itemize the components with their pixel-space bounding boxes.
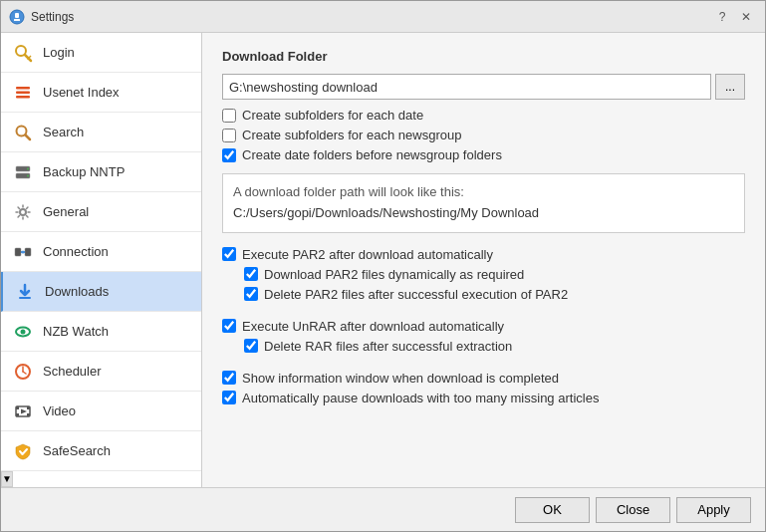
svg-point-16	[20, 209, 26, 215]
svg-rect-29	[16, 413, 19, 416]
delete-rar-label: Delete RAR files after successful extrac…	[264, 339, 512, 354]
folder-path-input[interactable]	[222, 74, 711, 100]
sidebar-item-search-label: Search	[43, 125, 84, 139]
checkbox-execute-unrar-row: Execute UnRAR after download automatical…	[222, 319, 745, 334]
folder-preview-path: C:/Users/gopi/Downloads/Newshosting/My D…	[233, 203, 734, 224]
svg-point-23	[21, 329, 26, 334]
svg-point-14	[27, 167, 29, 169]
folder-preview-box: A download folder path will look like th…	[222, 173, 745, 233]
sidebar-item-general-label: General	[43, 204, 89, 219]
checkbox-subfolders-newsgroup-row: Create subfolders for each newsgroup	[222, 128, 745, 142]
svg-rect-31	[27, 413, 30, 416]
subfolders-newsgroup-checkbox[interactable]	[222, 129, 236, 142]
sidebar-item-scheduler-label: Scheduler	[43, 364, 102, 379]
sidebar-item-video-label: Video	[43, 403, 76, 418]
sidebar-item-nzb-watch[interactable]: NZB Watch	[1, 312, 201, 352]
window-close-button[interactable]: ✕	[735, 6, 757, 28]
svg-marker-32	[21, 408, 27, 413]
sidebar-item-downloads[interactable]: Downloads	[1, 272, 201, 312]
checkbox-delete-rar-row: Delete RAR files after successful extrac…	[244, 339, 745, 354]
eye-icon	[11, 320, 35, 344]
delete-rar-checkbox[interactable]	[244, 339, 258, 353]
checkbox-subfolders-date-row: Create subfolders for each date	[222, 108, 745, 123]
server-icon	[11, 160, 35, 184]
subfolders-date-checkbox[interactable]	[222, 109, 236, 123]
sidebar-item-login-label: Login	[43, 45, 75, 60]
sidebar-item-connection[interactable]: Connection	[1, 232, 201, 272]
svg-rect-17	[15, 248, 21, 256]
sidebar-item-downloads-label: Downloads	[45, 284, 109, 299]
delete-par2-label: Delete PAR2 files after successful execu…	[264, 287, 568, 302]
svg-line-11	[26, 134, 31, 139]
svg-rect-18	[25, 248, 31, 256]
ok-button[interactable]: OK	[515, 497, 590, 523]
svg-rect-28	[16, 406, 19, 409]
download-par2-label: Download PAR2 files dynamically as requi…	[264, 267, 524, 282]
close-button[interactable]: Close	[596, 497, 670, 523]
shield-icon	[11, 439, 35, 463]
film-icon	[11, 399, 35, 423]
folder-preview-label: A download folder path will look like th…	[233, 182, 734, 203]
subfolders-newsgroup-label: Create subfolders for each newsgroup	[242, 128, 461, 142]
auto-pause-label: Automatically pause downloads with too m…	[242, 391, 599, 405]
svg-rect-30	[27, 406, 30, 409]
checkbox-auto-pause-row: Automatically pause downloads with too m…	[222, 391, 745, 405]
sidebar-item-search[interactable]: Search	[1, 113, 201, 152]
key-icon	[11, 41, 35, 65]
help-button[interactable]: ?	[711, 6, 733, 28]
execute-unrar-checkbox[interactable]	[222, 319, 236, 333]
date-folders-label: Create date folders before newsgroup fol…	[242, 147, 502, 162]
window-title: Settings	[31, 10, 711, 24]
svg-rect-7	[16, 87, 30, 90]
sidebar-item-connection-label: Connection	[43, 244, 109, 259]
execute-par2-checkbox[interactable]	[222, 247, 236, 261]
settings-panel: Download Folder ... Create subfolders fo…	[202, 33, 765, 487]
svg-point-20	[22, 250, 25, 253]
sidebar-scroll[interactable]: Login Usenet Index	[1, 33, 201, 471]
sidebar-item-video[interactable]: Video	[1, 392, 201, 431]
auto-pause-checkbox[interactable]	[222, 391, 236, 404]
checkbox-show-info-row: Show information window when download is…	[222, 371, 745, 386]
checkbox-download-par2-row: Download PAR2 files dynamically as requi…	[244, 267, 745, 282]
show-info-checkbox[interactable]	[222, 371, 236, 385]
main-content: Login Usenet Index	[1, 33, 765, 487]
sidebar-item-safesearch[interactable]: SafeSearch	[1, 431, 201, 471]
sidebar-item-safesearch-label: SafeSearch	[43, 443, 111, 458]
search-icon	[11, 121, 35, 144]
delete-par2-checkbox[interactable]	[244, 287, 258, 301]
clock-icon	[11, 360, 35, 384]
gear-icon	[11, 200, 35, 224]
sidebar-item-backup-nntp-label: Backup NNTP	[43, 164, 125, 179]
sidebar-item-usenet-index-label: Usenet Index	[43, 85, 120, 100]
svg-rect-21	[19, 297, 31, 299]
sidebar-item-scheduler[interactable]: Scheduler	[1, 352, 201, 392]
title-bar-buttons: ? ✕	[711, 6, 757, 28]
wrench-icon	[11, 81, 35, 105]
checkbox-date-folders-row: Create date folders before newsgroup fol…	[222, 147, 745, 162]
sidebar-item-nzb-watch-label: NZB Watch	[43, 324, 109, 339]
apply-button[interactable]: Apply	[676, 497, 751, 523]
download-folder-row: ...	[222, 74, 745, 100]
app-icon	[9, 9, 25, 25]
sidebar-item-general[interactable]: General	[1, 192, 201, 232]
sidebar-item-login[interactable]: Login	[1, 33, 201, 73]
download-icon	[13, 280, 37, 304]
connection-icon	[11, 240, 35, 264]
svg-rect-9	[16, 96, 30, 99]
date-folders-checkbox[interactable]	[222, 148, 236, 162]
show-info-label: Show information window when download is…	[242, 371, 559, 386]
checkbox-execute-par2-row: Execute PAR2 after download automaticall…	[222, 247, 745, 262]
browse-button[interactable]: ...	[715, 74, 745, 100]
sidebar: Login Usenet Index	[1, 33, 202, 487]
section-title: Download Folder	[222, 49, 745, 64]
sidebar-item-usenet-index[interactable]: Usenet Index	[1, 73, 201, 113]
scroll-down-arrow[interactable]: ▼	[1, 471, 13, 487]
svg-point-15	[27, 174, 29, 176]
svg-line-26	[23, 372, 26, 374]
subfolders-date-label: Create subfolders for each date	[242, 108, 423, 123]
settings-window: Settings ? ✕ Logi	[0, 0, 766, 532]
sidebar-item-backup-nntp[interactable]: Backup NNTP	[1, 152, 201, 192]
bottom-bar: OK Close Apply	[1, 487, 765, 531]
download-par2-checkbox[interactable]	[244, 267, 258, 281]
execute-unrar-label: Execute UnRAR after download automatical…	[242, 319, 504, 334]
